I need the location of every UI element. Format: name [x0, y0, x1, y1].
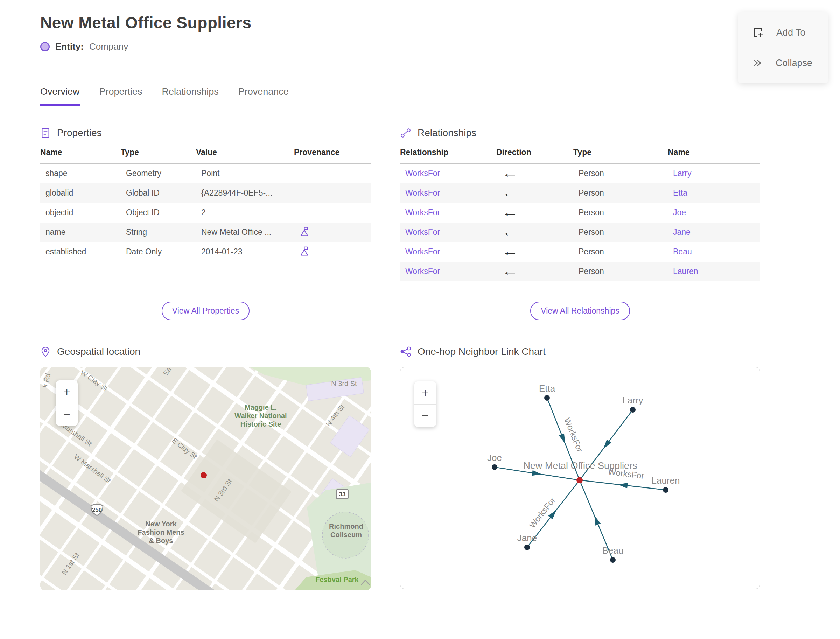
direction-arrow: ←: [501, 226, 519, 238]
relationships-icon: [400, 127, 411, 138]
column-header: Value: [196, 148, 294, 164]
tab-properties[interactable]: Properties: [99, 86, 142, 106]
geospatial-section-title: Geospatial location: [57, 346, 140, 357]
poi-label: & Boys: [149, 537, 173, 545]
property-row: establishedDate Only2014-01-23: [40, 242, 371, 262]
direction-arrow: ←: [501, 167, 519, 180]
relationship-type-cell: WorksFor: [400, 183, 496, 203]
poi-label: Maggie L.: [245, 404, 277, 411]
chart-zoom-in-button[interactable]: +: [414, 381, 436, 404]
relationship-type-cell: WorksFor: [400, 262, 496, 281]
column-header: Direction: [496, 148, 573, 164]
property-value: Point: [196, 164, 294, 183]
chart-node-larry[interactable]: [630, 407, 636, 413]
basemap-canvas: 25033 k RdW Clay StSaMarshall StW Marsha…: [40, 367, 371, 590]
relationship-type-cell: WorksFor: [400, 223, 496, 242]
relationship-row: WorksFor←PersonJoe: [400, 203, 760, 223]
view-all-properties-button[interactable]: View All Properties: [162, 302, 250, 320]
chart-node-label: Beau: [602, 545, 624, 556]
entity-link[interactable]: Lauren: [673, 267, 698, 276]
entity-type-cell: Person: [573, 164, 668, 183]
chart-node-label: Etta: [539, 383, 555, 394]
poi-label: Historic Site: [240, 420, 282, 428]
entity-link[interactable]: Beau: [673, 247, 692, 256]
direction-cell: ←: [496, 262, 573, 281]
chart-node-joe[interactable]: [492, 464, 497, 470]
entity-name-cell: Beau: [668, 242, 760, 262]
tab-overview[interactable]: Overview: [40, 86, 80, 106]
map-pin-icon: [40, 346, 51, 357]
chart-node-lauren[interactable]: [663, 487, 668, 493]
chart-center-node[interactable]: [576, 477, 583, 483]
relationship-type-cell: WorksFor: [400, 203, 496, 223]
street-label: N 3rd St: [331, 380, 357, 387]
relationship-row: WorksFor←PersonJane: [400, 223, 760, 242]
property-type: Global ID: [121, 183, 196, 203]
one-hop-link-chart[interactable]: + − EttaLarryJoeLaurenJaneBeauWorksForWo…: [400, 367, 760, 589]
overview-grid: Properties Relationships NameTypeValuePr…: [40, 127, 840, 590]
chart-node-beau[interactable]: [610, 557, 616, 563]
chart-node-etta[interactable]: [544, 395, 550, 401]
provenance-flag-icon[interactable]: [299, 226, 310, 237]
add-to-icon: [752, 26, 764, 39]
property-provenance: [294, 164, 371, 183]
chart-zoom-out-button[interactable]: −: [414, 404, 436, 427]
relationship-link[interactable]: WorksFor: [405, 208, 440, 217]
geospatial-map[interactable]: + − 25033 k RdW Clay StSaMarshall StW Ma…: [40, 367, 371, 590]
link-chart-canvas: EttaLarryJoeLaurenJaneBeauWorksForWorksF…: [400, 367, 760, 589]
page-title: New Metal Office Suppliers: [40, 13, 840, 32]
provenance-flag-icon[interactable]: [299, 246, 310, 256]
tab-relationships[interactable]: Relationships: [162, 86, 219, 106]
geospatial-section-header: Geospatial location: [40, 346, 371, 357]
relationship-link[interactable]: WorksFor: [405, 168, 440, 178]
tab-provenance[interactable]: Provenance: [239, 86, 289, 106]
entity-type-cell: Person: [573, 242, 668, 262]
svg-text:250: 250: [92, 507, 102, 513]
property-value: 2: [196, 203, 294, 223]
map-zoom-in-button[interactable]: +: [56, 380, 78, 403]
view-all-relationships-row: View All Relationships: [400, 302, 760, 320]
property-provenance: [294, 223, 371, 242]
entity-link[interactable]: Jane: [673, 227, 690, 237]
entity-name-cell: Etta: [668, 183, 760, 203]
entity-label: Entity:: [55, 41, 84, 52]
property-row: shapeGeometryPoint: [40, 164, 371, 183]
property-row: objectidObject ID2: [40, 203, 371, 223]
properties-table-header-row: NameTypeValueProvenance: [40, 148, 371, 164]
direction-cell: ←: [496, 242, 573, 262]
collapse-button[interactable]: Collapse: [738, 48, 828, 78]
entity-name-cell: Jane: [668, 223, 760, 242]
chart-node-jane[interactable]: [524, 545, 530, 550]
entity-type-cell: Person: [573, 262, 668, 281]
relationship-link[interactable]: WorksFor: [405, 188, 440, 197]
direction-arrow: ←: [501, 186, 519, 199]
relationships-table: RelationshipDirectionTypeName WorksFor←P…: [400, 148, 760, 281]
edge-arrowhead: [603, 439, 611, 448]
entity-location-marker[interactable]: [200, 472, 207, 478]
property-row: globalidGlobal ID{A228944F-0EF5-...: [40, 183, 371, 203]
entity-name-cell: Larry: [668, 164, 760, 183]
property-type: Object ID: [121, 203, 196, 223]
edge-arrowhead: [618, 483, 628, 488]
entity-link[interactable]: Etta: [673, 188, 687, 197]
map-zoom-out-button[interactable]: −: [56, 403, 78, 426]
property-type: Geometry: [121, 164, 196, 183]
property-name: globalid: [40, 183, 121, 203]
view-all-relationships-button[interactable]: View All Relationships: [530, 302, 630, 320]
property-value: {A228944F-0EF5-...: [196, 183, 294, 203]
relationship-type-cell: WorksFor: [400, 164, 496, 183]
link-chart-section-header: One-hop Neighbor Link Chart: [400, 346, 760, 357]
column-header: Name: [668, 148, 760, 164]
relationship-link[interactable]: WorksFor: [405, 247, 440, 256]
relationship-link[interactable]: WorksFor: [405, 267, 440, 276]
add-to-label: Add To: [776, 27, 806, 38]
add-to-button[interactable]: Add To: [738, 17, 828, 48]
relationship-link[interactable]: WorksFor: [405, 227, 440, 237]
entity-link[interactable]: Joe: [673, 208, 686, 217]
column-header: Type: [573, 148, 668, 164]
entity-detail-page: Add To Collapse New Metal Office Supplie…: [0, 0, 840, 639]
entity-type-badge: [40, 42, 50, 51]
poi-label: New York: [145, 520, 177, 528]
entity-link[interactable]: Larry: [673, 168, 691, 178]
entity-line: Entity: Company: [40, 41, 840, 52]
